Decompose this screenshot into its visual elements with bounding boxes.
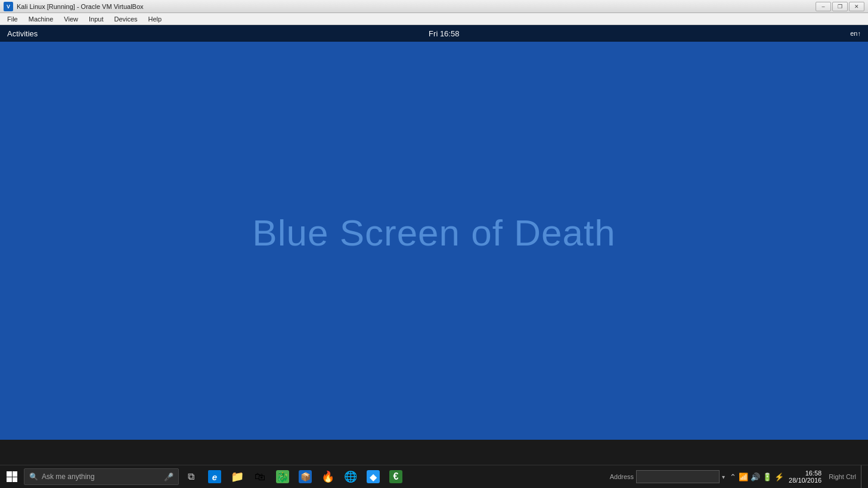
menu-machine[interactable]: Machine: [24, 14, 58, 24]
gnome-activities-button[interactable]: Activities: [7, 29, 38, 38]
taskbar-app-chrome[interactable]: 🌐: [340, 466, 361, 487]
taskbar-apps: e 📁 🛍 🐉 📦 🔥 🌐 ◆ €: [204, 465, 407, 489]
vm-main-content: Activities Fri 16:58 en↑ Blue Screen of …: [0, 25, 868, 488]
taskbar-app-fire[interactable]: 🔥: [317, 466, 339, 487]
cube-icon: ◆: [367, 470, 380, 483]
system-tray: ⌃ 📶 🔊 🔋 ⚡: [727, 473, 786, 481]
taskbar-clock[interactable]: 16:58 28/10/2016: [789, 465, 824, 489]
up-arrow-icon[interactable]: ⌃: [730, 473, 736, 481]
gnome-clock: Fri 16:58: [429, 29, 459, 38]
search-placeholder-text: Ask me anything: [42, 473, 95, 481]
virtualbox-icon: 📦: [299, 470, 312, 483]
taskbar-search-box[interactable]: 🔍 Ask me anything 🎤: [24, 468, 179, 485]
taskbar-app-euro[interactable]: €: [385, 466, 407, 487]
vbox-window-controls: – ❐ ✕: [816, 2, 864, 11]
address-input[interactable]: [636, 470, 720, 483]
right-ctrl-label: Right Ctrl: [826, 473, 858, 480]
menu-file[interactable]: File: [2, 14, 23, 24]
restore-button[interactable]: ❐: [832, 2, 848, 11]
task-view-icon: ⧉: [188, 471, 194, 482]
battery-icon[interactable]: 🔋: [762, 473, 772, 481]
network-icon[interactable]: 📶: [739, 473, 748, 481]
taskbar-app-file-explorer[interactable]: 📁: [227, 466, 248, 487]
close-button[interactable]: ✕: [849, 2, 864, 11]
chrome-icon: 🌐: [344, 470, 357, 483]
dragon-icon: 🐉: [276, 470, 289, 483]
euro-icon: €: [389, 470, 402, 483]
task-view-button[interactable]: ⧉: [180, 466, 202, 487]
store-icon: 🛍: [253, 470, 266, 483]
vbox-titlebar: V Kali Linux [Running] - Oracle VM Virtu…: [0, 0, 868, 13]
address-bar-area: Address ▾: [610, 470, 725, 483]
menu-help[interactable]: Help: [144, 14, 167, 24]
vbox-menubar: File Machine View Input Devices Help: [0, 13, 868, 25]
show-desktop-button[interactable]: [861, 465, 864, 489]
search-icon: 🔍: [29, 473, 38, 481]
vbox-logo-icon: V: [4, 2, 13, 11]
vbox-title-text: Kali Linux [Running] - Oracle VM Virtual…: [17, 3, 144, 10]
vbox-title-left: V Kali Linux [Running] - Oracle VM Virtu…: [4, 2, 144, 11]
taskbar-app-cube[interactable]: ◆: [362, 466, 384, 487]
file-explorer-icon: 📁: [231, 470, 244, 483]
power-icon[interactable]: ⚡: [774, 473, 784, 481]
fire-icon: 🔥: [321, 470, 334, 483]
microphone-icon[interactable]: 🎤: [164, 473, 173, 481]
minimize-button[interactable]: –: [816, 2, 831, 11]
gnome-topbar: Activities Fri 16:58 en↑: [0, 25, 868, 42]
taskbar-app-edge[interactable]: e: [204, 466, 225, 487]
vm-screen[interactable]: Activities Fri 16:58 en↑ Blue Screen of …: [0, 25, 868, 440]
taskbar-app-dragon[interactable]: 🐉: [272, 466, 293, 487]
menu-input[interactable]: Input: [84, 14, 108, 24]
windows-logo-icon: [7, 471, 17, 482]
edge-icon: e: [208, 470, 221, 483]
bsod-text: Blue Screen of Death: [252, 212, 615, 254]
taskbar-app-virtualbox[interactable]: 📦: [294, 466, 316, 487]
chevron-down-icon[interactable]: ▾: [722, 474, 725, 480]
taskbar-app-store[interactable]: 🛍: [249, 466, 271, 487]
start-button[interactable]: [0, 465, 24, 489]
taskbar-right: Address ▾ ⌃ 📶 🔊 🔋 ⚡ 16:58 28/10/2016 Rig…: [610, 465, 868, 489]
clock-date: 28/10/2016: [789, 477, 822, 484]
address-label: Address: [610, 473, 634, 480]
menu-devices[interactable]: Devices: [109, 14, 142, 24]
windows-taskbar: 🔍 Ask me anything 🎤 ⧉ e 📁 🛍 🐉 📦: [0, 465, 868, 488]
outer-container: V Kali Linux [Running] - Oracle VM Virtu…: [0, 0, 868, 488]
menu-view[interactable]: View: [59, 14, 83, 24]
gnome-tray: en↑: [850, 30, 861, 37]
volume-icon[interactable]: 🔊: [751, 473, 760, 481]
clock-time: 16:58: [805, 470, 822, 477]
